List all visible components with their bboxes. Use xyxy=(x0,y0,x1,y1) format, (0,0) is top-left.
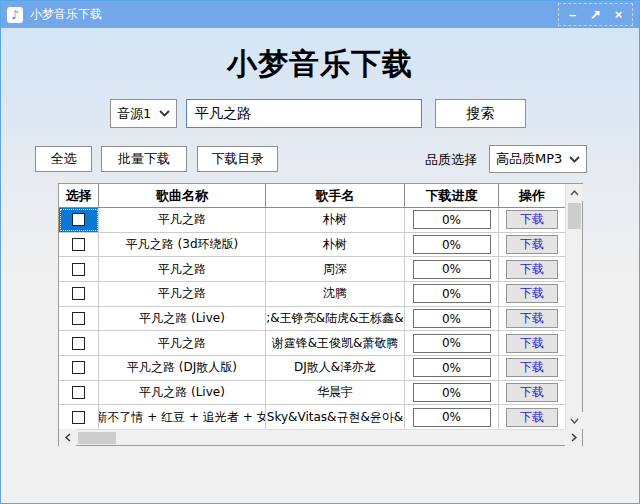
row-checkbox[interactable] xyxy=(72,263,85,276)
row-select-cell[interactable] xyxy=(59,208,99,232)
download-button[interactable]: 下载 xyxy=(506,334,558,353)
artist-name: DJ散人&泽亦龙 xyxy=(294,359,376,376)
progress-cell: 0% xyxy=(405,257,499,281)
artist-name-cell: 朴树 xyxy=(266,208,405,232)
app-window: ♪ 小梦音乐下载 – ↗ × 小梦音乐下载 音源1 搜索 全选 批量下载 下载目… xyxy=(0,0,640,504)
row-checkbox[interactable] xyxy=(72,287,85,300)
song-name: 平凡之路 xyxy=(158,335,206,352)
artist-name: 谢霆锋&王俊凯&萧敬腾 xyxy=(272,335,399,352)
row-checkbox[interactable] xyxy=(72,213,85,226)
col-header-song: 歌曲名称 xyxy=(99,184,266,207)
table-body: 平凡之路 朴树 0% 下载 平凡之路 (3d环绕版) 朴树 0% 下载 平凡之路… xyxy=(59,208,565,429)
maximize-button[interactable]: ↗ xyxy=(584,5,607,24)
artist-name: 华晨宇 xyxy=(317,384,353,401)
col-header-artist: 歌手名 xyxy=(266,184,405,207)
scroll-right-icon[interactable] xyxy=(565,429,582,446)
progress-cell: 0% xyxy=(405,405,499,429)
table-row: 平凡之路 朴树 0% 下载 xyxy=(59,208,565,233)
artist-name-cell: 沈腾 xyxy=(266,282,405,306)
artist-name-cell: ;&王铮亮&陆虎&王栎鑫& xyxy=(266,307,405,331)
artist-name: 朴树 xyxy=(323,211,347,228)
col-header-select: 选择 xyxy=(59,184,99,207)
vertical-scrollbar[interactable] xyxy=(565,184,582,429)
quality-label: 品质选择 xyxy=(425,151,477,169)
song-name-cell: 平凡之路 (3d环绕版) xyxy=(99,233,266,257)
row-select-cell[interactable] xyxy=(59,381,99,405)
table-row: 平凡之路 (3d环绕版) 朴树 0% 下载 xyxy=(59,233,565,258)
scroll-left-icon[interactable] xyxy=(59,429,76,446)
table-row: 平凡之路 (Live) 华晨宇 0% 下载 xyxy=(59,381,565,406)
batch-download-button[interactable]: 批量下载 xyxy=(101,146,187,172)
horizontal-scroll-thumb[interactable] xyxy=(78,432,116,444)
results-table: 选择 歌曲名称 歌手名 下载进度 操作 平凡之路 朴树 0% 下载 平凡之路 (… xyxy=(58,183,583,446)
artist-name: 周深 xyxy=(323,261,347,278)
download-button[interactable]: 下载 xyxy=(506,408,558,427)
action-cell: 下载 xyxy=(499,331,565,355)
song-name-cell: 平凡之路 xyxy=(99,282,266,306)
song-name: 平凡之路 xyxy=(158,211,206,228)
action-cell: 下载 xyxy=(499,381,565,405)
source-select[interactable]: 音源1 xyxy=(110,99,177,128)
scroll-up-icon[interactable] xyxy=(566,184,583,201)
song-name: 平凡之路 xyxy=(158,261,206,278)
artist-name-cell: 华晨宇 xyxy=(266,381,405,405)
download-button[interactable]: 下载 xyxy=(506,358,558,377)
action-cell: 下载 xyxy=(499,307,565,331)
artist-name-cell: Sky&Vitas&규현&윤아& xyxy=(266,405,405,429)
row-checkbox[interactable] xyxy=(72,312,85,325)
download-button[interactable]: 下载 xyxy=(506,383,558,402)
source-select-value: 音源1 xyxy=(117,105,151,123)
download-button[interactable]: 下载 xyxy=(506,309,558,328)
table-row: 平凡之路 (DJ散人版) DJ散人&泽亦龙 0% 下载 xyxy=(59,356,565,381)
progress-value: 0% xyxy=(413,235,491,254)
download-button[interactable]: 下载 xyxy=(506,235,558,254)
download-button[interactable]: 下载 xyxy=(506,284,558,303)
download-dir-button[interactable]: 下载目录 xyxy=(197,146,278,172)
scroll-down-icon[interactable] xyxy=(566,412,583,429)
progress-cell: 0% xyxy=(405,381,499,405)
action-cell: 下载 xyxy=(499,405,565,429)
table-header: 选择 歌曲名称 歌手名 下载进度 操作 xyxy=(59,184,565,208)
artist-name: ;&王铮亮&陆虎&王栎鑫& xyxy=(266,310,403,327)
song-name-cell: 平凡之路 xyxy=(99,257,266,281)
artist-name-cell: 周深 xyxy=(266,257,405,281)
close-button[interactable]: × xyxy=(607,5,630,24)
row-checkbox[interactable] xyxy=(72,411,85,424)
action-cell: 下载 xyxy=(499,282,565,306)
search-button[interactable]: 搜索 xyxy=(435,99,526,128)
row-select-cell[interactable] xyxy=(59,257,99,281)
row-checkbox[interactable] xyxy=(72,386,85,399)
window-controls: – ↗ × xyxy=(558,3,633,26)
row-checkbox[interactable] xyxy=(72,238,85,251)
quality-select[interactable]: 高品质MP3 xyxy=(489,145,587,173)
table-row: 平凡之路 周深 0% 下载 xyxy=(59,257,565,282)
row-checkbox[interactable] xyxy=(72,361,85,374)
progress-value: 0% xyxy=(413,358,491,377)
row-select-cell[interactable] xyxy=(59,233,99,257)
row-select-cell[interactable] xyxy=(59,405,99,429)
chevron-down-icon xyxy=(159,110,170,117)
download-button[interactable]: 下载 xyxy=(506,210,558,229)
vertical-scroll-thumb[interactable] xyxy=(568,203,581,229)
quality-select-value: 高品质MP3 xyxy=(496,150,562,168)
row-select-cell[interactable] xyxy=(59,307,99,331)
artist-name: 朴树 xyxy=(323,236,347,253)
minimize-button[interactable]: – xyxy=(561,5,584,24)
artist-name-cell: DJ散人&泽亦龙 xyxy=(266,356,405,380)
song-name-cell: 平凡之路 (DJ散人版) xyxy=(99,356,266,380)
row-checkbox[interactable] xyxy=(72,337,85,350)
row-select-cell[interactable] xyxy=(59,282,99,306)
table-row: 平凡之路 谢霆锋&王俊凯&萧敬腾 0% 下载 xyxy=(59,331,565,356)
row-select-cell[interactable] xyxy=(59,331,99,355)
song-name: 平凡之路 (Live) xyxy=(139,310,225,327)
select-all-button[interactable]: 全选 xyxy=(35,146,92,172)
download-button[interactable]: 下载 xyxy=(506,260,558,279)
song-name: 新不了情 + 红豆 + 追光者 + 女 xyxy=(99,409,266,426)
song-name: 平凡之路 (3d环绕版) xyxy=(126,236,238,253)
progress-value: 0% xyxy=(413,309,491,328)
titlebar: ♪ 小梦音乐下载 – ↗ × xyxy=(1,1,639,28)
artist-name-cell: 谢霆锋&王俊凯&萧敬腾 xyxy=(266,331,405,355)
row-select-cell[interactable] xyxy=(59,356,99,380)
horizontal-scrollbar[interactable] xyxy=(59,429,582,445)
search-input[interactable] xyxy=(186,99,422,128)
